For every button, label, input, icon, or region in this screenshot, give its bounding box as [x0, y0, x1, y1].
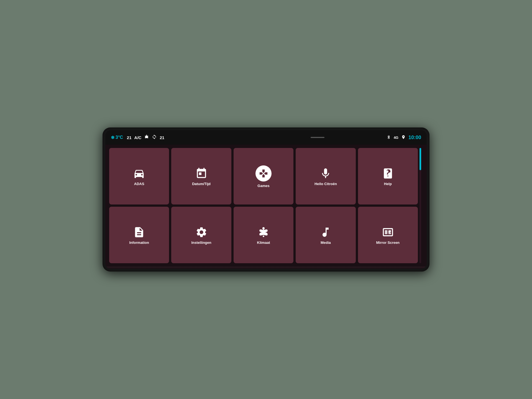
- information-label: Information: [129, 241, 149, 245]
- mirror-screen-label: Mirror Screen: [376, 241, 400, 245]
- bluetooth-icon: [387, 135, 391, 140]
- media-label: Media: [321, 241, 331, 245]
- climate-info: 21 A/C 21: [127, 134, 164, 140]
- status-right: 4G 10:00: [387, 135, 421, 140]
- climate-icon: [257, 226, 270, 238]
- location-icon: [401, 135, 406, 140]
- datum-tijd-label: Datum/Tijd: [192, 182, 211, 186]
- temp-right-num: 21: [160, 135, 164, 140]
- time-display: 10:00: [408, 135, 421, 140]
- calendar-icon: [195, 167, 208, 180]
- screen-bezel: ❄ 3°C 21 A/C 21: [103, 127, 429, 272]
- gamepad-icon: [255, 165, 272, 181]
- svg-point-0: [263, 236, 264, 237]
- games-label: Games: [257, 184, 269, 188]
- tile-information[interactable]: Information: [109, 207, 169, 263]
- tile-klimaat[interactable]: Klimaat: [234, 207, 293, 263]
- help-label: Help: [384, 182, 392, 186]
- tile-instellingen[interactable]: Instellingen: [171, 207, 231, 263]
- tile-adas[interactable]: ADAS: [109, 148, 169, 204]
- tile-games[interactable]: Games: [234, 148, 293, 204]
- adas-icon: [133, 167, 145, 180]
- app-grid: ADAS Datum/Tijd: [109, 148, 418, 263]
- sync-icon: [152, 134, 157, 140]
- temperature-value: 3°C: [116, 135, 123, 140]
- instellingen-label: Instellingen: [191, 241, 211, 245]
- status-left: ❄ 3°C 21 A/C 21: [111, 134, 249, 140]
- tile-hello-citroen[interactable]: Hello Citroën: [296, 148, 355, 204]
- scroll-indicator: [311, 137, 324, 138]
- microphone-icon: [319, 167, 332, 180]
- mirror-screen-icon: [382, 226, 394, 238]
- temperature-display: ❄ 3°C: [111, 135, 123, 140]
- klimaat-label: Klimaat: [257, 241, 270, 245]
- gear-icon: [195, 226, 208, 238]
- help-icon: [382, 167, 394, 180]
- ac-label: A/C: [134, 135, 142, 140]
- fan-icon: [144, 134, 149, 140]
- status-center: [249, 137, 386, 138]
- status-bar: ❄ 3°C 21 A/C 21: [105, 130, 427, 145]
- scrollbar-track[interactable]: [420, 148, 421, 263]
- tile-media[interactable]: Media: [296, 207, 355, 263]
- hello-citroen-label: Hello Citroën: [314, 182, 337, 186]
- snowflake-icon: ❄: [111, 135, 114, 140]
- bottom-bar: [105, 267, 427, 269]
- temp-left-num: 21: [127, 135, 132, 140]
- screen-inner: ❄ 3°C 21 A/C 21: [105, 130, 427, 269]
- tile-help[interactable]: Help: [358, 148, 418, 204]
- adas-label: ADAS: [134, 182, 144, 186]
- tile-datum-tijd[interactable]: Datum/Tijd: [171, 148, 231, 204]
- document-icon: [133, 226, 145, 238]
- tile-mirror-screen[interactable]: Mirror Screen: [358, 207, 418, 263]
- 4g-icon: 4G: [394, 135, 398, 140]
- scrollbar-thumb[interactable]: [420, 148, 421, 170]
- music-icon: [319, 226, 332, 238]
- main-content: ADAS Datum/Tijd: [105, 145, 427, 267]
